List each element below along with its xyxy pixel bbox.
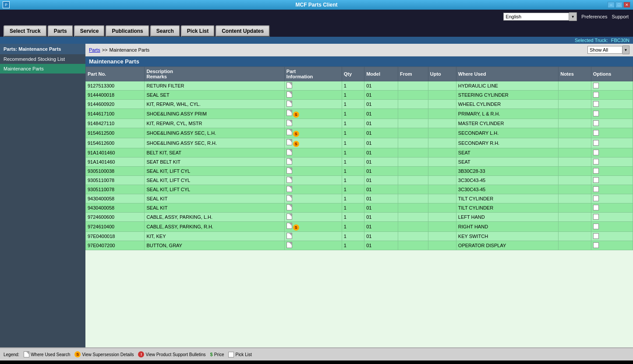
- options-checkbox[interactable]: [593, 92, 599, 98]
- cell-part-info[interactable]: S: [284, 138, 342, 148]
- nav-pick-list[interactable]: Pick List: [181, 25, 215, 37]
- options-checkbox[interactable]: [593, 177, 599, 183]
- options-checkbox[interactable]: [593, 120, 599, 126]
- support-link[interactable]: Support: [612, 14, 629, 19]
- cell-options[interactable]: [591, 222, 633, 232]
- maximize-button[interactable]: □: [615, 2, 622, 8]
- preferences-link[interactable]: Preferences: [581, 14, 607, 19]
- cell-part-info[interactable]: [284, 167, 342, 176]
- language-dropdown-button[interactable]: ▼: [569, 12, 577, 21]
- options-checkbox[interactable]: [593, 233, 599, 239]
- part-info-doc-icon[interactable]: [286, 242, 292, 248]
- cell-part-info[interactable]: S: [284, 222, 342, 232]
- show-all-select[interactable]: Show All: [587, 46, 622, 54]
- minimize-button[interactable]: –: [608, 2, 615, 8]
- cell-options[interactable]: [591, 158, 633, 167]
- options-checkbox[interactable]: [593, 205, 599, 210]
- nav-publications[interactable]: Publications: [106, 25, 149, 37]
- part-info-doc-icon[interactable]: [286, 158, 292, 164]
- cell-part-info[interactable]: [284, 203, 342, 213]
- sidebar-item-maintenance[interactable]: Maintenance Parts: [0, 64, 85, 74]
- part-info-doc-icon[interactable]: [286, 195, 292, 201]
- cell-options[interactable]: [591, 185, 633, 194]
- cell-options[interactable]: [591, 232, 633, 241]
- part-info-doc-icon[interactable]: [286, 139, 292, 145]
- cell-options[interactable]: [591, 213, 633, 222]
- language-selector[interactable]: English ▼: [503, 12, 577, 21]
- part-info-s-badge[interactable]: S: [293, 131, 299, 137]
- language-select[interactable]: English: [503, 13, 569, 21]
- part-info-s-badge[interactable]: S: [293, 112, 299, 118]
- nav-search[interactable]: Search: [150, 25, 180, 37]
- cell-options[interactable]: [591, 138, 633, 148]
- part-info-s-badge[interactable]: S: [293, 224, 299, 231]
- options-checkbox[interactable]: [593, 224, 599, 229]
- part-info-doc-icon[interactable]: [286, 149, 292, 155]
- options-checkbox[interactable]: [593, 186, 599, 192]
- cell-options[interactable]: [591, 81, 633, 91]
- cell-part-info[interactable]: [284, 213, 342, 222]
- legend-label: Legend:: [4, 352, 19, 357]
- nav-content-updates[interactable]: Content Updates: [216, 25, 270, 37]
- part-info-doc-icon[interactable]: [286, 186, 292, 192]
- cell-options[interactable]: [591, 148, 633, 158]
- cell-options[interactable]: [591, 203, 633, 213]
- part-info-doc-icon[interactable]: [286, 82, 292, 88]
- cell-part-info[interactable]: [284, 185, 342, 194]
- show-all-dropdown-button[interactable]: ▼: [622, 46, 629, 54]
- cell-part-info[interactable]: [284, 241, 342, 250]
- options-checkbox[interactable]: [593, 242, 599, 248]
- part-info-doc-icon[interactable]: [286, 91, 292, 98]
- cell-part-info[interactable]: S: [284, 128, 342, 138]
- part-info-doc-icon[interactable]: [286, 101, 292, 107]
- cell-part-info[interactable]: [284, 100, 342, 109]
- cell-options[interactable]: [591, 109, 633, 119]
- cell-part-info[interactable]: [284, 194, 342, 203]
- options-checkbox[interactable]: [593, 111, 599, 116]
- cell-part-info[interactable]: [284, 176, 342, 185]
- cell-options[interactable]: [591, 119, 633, 128]
- part-info-doc-icon[interactable]: [286, 223, 292, 229]
- options-checkbox[interactable]: [593, 168, 599, 174]
- part-info-doc-icon[interactable]: [286, 177, 292, 183]
- options-checkbox[interactable]: [593, 83, 599, 88]
- cell-options[interactable]: [591, 241, 633, 250]
- part-info-doc-icon[interactable]: [286, 168, 292, 174]
- nav-select-truck[interactable]: Select Truck: [4, 25, 47, 37]
- titlebar: P MCF Parts Client – □ ✕: [0, 0, 633, 10]
- breadcrumb: Parts >> Maintenance Parts Show All ▼: [85, 44, 633, 56]
- cell-part-no: 9724600600: [86, 213, 145, 222]
- close-button[interactable]: ✕: [623, 2, 630, 8]
- options-checkbox[interactable]: [593, 196, 599, 201]
- cell-part-info[interactable]: [284, 232, 342, 241]
- options-checkbox[interactable]: [593, 140, 599, 146]
- nav-parts[interactable]: Parts: [48, 25, 73, 37]
- sidebar-item-recommended[interactable]: Recommended Stocking List: [0, 54, 85, 64]
- cell-options[interactable]: [591, 100, 633, 109]
- options-checkbox[interactable]: [593, 159, 599, 164]
- cell-part-info[interactable]: [284, 91, 342, 100]
- part-info-doc-icon[interactable]: [286, 233, 292, 239]
- cell-part-info[interactable]: [284, 119, 342, 128]
- cell-options[interactable]: [591, 128, 633, 138]
- part-info-doc-icon[interactable]: [286, 129, 292, 135]
- cell-options[interactable]: [591, 194, 633, 203]
- part-info-doc-icon[interactable]: [286, 110, 292, 116]
- cell-options[interactable]: [591, 91, 633, 100]
- options-checkbox[interactable]: [593, 130, 599, 136]
- part-info-s-badge[interactable]: S: [293, 141, 299, 147]
- part-info-doc-icon[interactable]: [286, 214, 292, 220]
- cell-options[interactable]: [591, 176, 633, 185]
- cell-part-info[interactable]: [284, 81, 342, 91]
- options-checkbox[interactable]: [593, 214, 599, 220]
- part-info-doc-icon[interactable]: [286, 120, 292, 126]
- cell-part-info[interactable]: S: [284, 109, 342, 119]
- nav-service[interactable]: Service: [74, 25, 105, 37]
- breadcrumb-parts-link[interactable]: Parts: [89, 47, 100, 52]
- options-checkbox[interactable]: [593, 101, 599, 107]
- cell-part-info[interactable]: [284, 148, 342, 158]
- cell-part-info[interactable]: [284, 158, 342, 167]
- cell-options[interactable]: [591, 167, 633, 176]
- options-checkbox[interactable]: [593, 150, 599, 155]
- part-info-doc-icon[interactable]: [286, 204, 292, 210]
